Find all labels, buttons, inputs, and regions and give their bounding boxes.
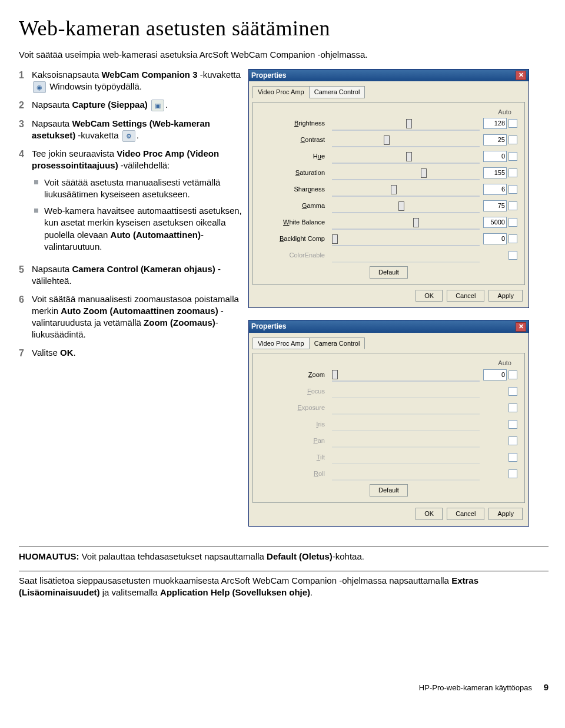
settings-icon: ⚙ — [122, 130, 135, 142]
auto-checkbox[interactable] — [508, 135, 517, 144]
slider-thumb[interactable] — [406, 152, 412, 161]
step-5: Napsauta Camera Control (Kameran ohjaus)… — [32, 263, 242, 287]
slider-label: White Balance — [258, 218, 328, 227]
tab-camera-control[interactable]: Camera Control — [309, 86, 365, 98]
step-number: 5 — [19, 263, 32, 287]
slider-value: 128 — [483, 118, 507, 129]
slider-thumb[interactable] — [406, 119, 412, 128]
auto-checkbox — [508, 469, 517, 478]
close-icon[interactable]: ✕ — [516, 71, 526, 80]
auto-checkbox[interactable] — [508, 152, 517, 161]
slider-label: Contrast — [258, 135, 328, 144]
slider-track — [332, 422, 480, 431]
slider-track[interactable] — [332, 121, 480, 131]
auto-checkbox[interactable] — [508, 185, 517, 194]
intro-text: Voit säätää useimpia web-kamerasi asetuk… — [19, 49, 549, 61]
auto-checkbox — [508, 403, 517, 412]
slider-track[interactable] — [332, 171, 480, 180]
bullet-icon — [34, 209, 38, 213]
auto-checkbox[interactable] — [508, 234, 517, 243]
auto-checkbox — [508, 251, 517, 260]
slider-track[interactable] — [332, 204, 480, 213]
slider-thumb[interactable] — [413, 218, 419, 227]
step-number: 3 — [19, 118, 32, 142]
tab-video-proc-amp[interactable]: Video Proc Amp — [252, 86, 310, 98]
separator — [19, 547, 549, 547]
slider-label: Iris — [258, 420, 328, 429]
slider-value: 75 — [483, 200, 507, 211]
slider-value: 0 — [483, 151, 507, 162]
step-number: 2 — [19, 99, 32, 112]
step-number: 4 — [19, 148, 32, 257]
bullet-text: Web-kamera havaitsee automaattisesti ase… — [44, 205, 242, 253]
tab-camera-control[interactable]: Camera Control — [309, 337, 365, 350]
apply-button[interactable]: Apply — [488, 508, 523, 520]
apply-button[interactable]: Apply — [488, 290, 523, 302]
cancel-button[interactable]: Cancel — [447, 290, 484, 302]
default-button[interactable]: Default — [370, 484, 408, 497]
slider-value: 6 — [483, 184, 507, 195]
slider-track — [332, 253, 480, 263]
step-number: 1 — [19, 69, 32, 93]
auto-checkbox[interactable] — [508, 119, 517, 128]
slider-track[interactable] — [332, 138, 480, 147]
default-button[interactable]: Default — [370, 266, 408, 279]
slider-label: Roll — [258, 469, 328, 478]
ok-button[interactable]: OK — [416, 508, 443, 520]
bullet-icon — [34, 180, 38, 184]
step-7: Valitse OK. — [32, 347, 242, 360]
slider-value: 25 — [483, 134, 507, 145]
auto-checkbox[interactable] — [508, 370, 517, 379]
slider-label: Exposure — [258, 403, 328, 412]
step-4: Tee jokin seuraavista Video Proc Amp (Vi… — [32, 148, 242, 257]
slider-track[interactable] — [332, 372, 480, 382]
slider-value: 0 — [483, 369, 507, 380]
note-default: HUOMAUTUS: Voit palauttaa tehdasasetukse… — [19, 551, 549, 562]
webcam-companion-icon: ◉ — [33, 81, 46, 93]
slider-label: ColorEnable — [258, 251, 328, 260]
slider-label: Gamma — [258, 201, 328, 210]
slider-thumb[interactable] — [398, 201, 404, 211]
slider-thumb[interactable] — [391, 185, 397, 194]
cancel-button[interactable]: Cancel — [447, 508, 484, 520]
auto-column-label: Auto — [498, 108, 511, 117]
slider-track[interactable] — [332, 237, 480, 246]
slider-label: Sharpness — [258, 185, 328, 194]
slider-value: 5000 — [483, 217, 507, 228]
slider-thumb[interactable] — [332, 234, 338, 244]
slider-label: Hue — [258, 152, 328, 161]
slider-label: Focus — [258, 387, 328, 396]
slider-track[interactable] — [332, 154, 480, 164]
step-1: Kaksoisnapsauta WebCam Companion 3 -kuva… — [32, 69, 242, 93]
slider-label: Backlight Comp — [258, 234, 328, 243]
slider-thumb[interactable] — [421, 168, 427, 178]
slider-label: Tilt — [258, 453, 328, 462]
page-footer: HP-Pro-web-kameran käyttöopas 9 — [19, 681, 549, 693]
slider-label: Brightness — [258, 119, 328, 128]
ok-button[interactable]: OK — [416, 290, 443, 302]
slider-track — [332, 455, 480, 464]
close-icon[interactable]: ✕ — [516, 322, 526, 332]
auto-column-label: Auto — [498, 359, 511, 368]
slider-track — [332, 405, 480, 415]
slider-value: 0 — [483, 233, 507, 244]
slider-label: Zoom — [258, 370, 328, 379]
auto-checkbox[interactable] — [508, 218, 517, 227]
tab-video-proc-amp[interactable]: Video Proc Amp — [252, 337, 310, 350]
step-2: Napsauta Capture (Sieppaa) ▣. — [32, 99, 242, 112]
step-6: Voit säätää manuaalisesti zoomaustasoa p… — [32, 293, 242, 341]
slider-track[interactable] — [332, 220, 480, 230]
step-number: 7 — [19, 347, 32, 360]
slider-track[interactable] — [332, 187, 480, 197]
auto-checkbox — [508, 453, 517, 462]
step-number: 6 — [19, 293, 32, 341]
auto-checkbox[interactable] — [508, 168, 517, 177]
slider-thumb[interactable] — [332, 370, 338, 379]
slider-track — [332, 389, 480, 398]
slider-thumb[interactable] — [384, 135, 390, 145]
auto-checkbox[interactable] — [508, 201, 517, 210]
bullet-text: Voit säätää asetusta manuaalisesti vetäm… — [44, 177, 242, 201]
capture-icon: ▣ — [151, 100, 164, 111]
note-extras: Saat lisätietoa sieppausasetusten muokka… — [19, 575, 549, 599]
footer-doc-title: HP-Pro-web-kameran käyttöopas — [419, 683, 532, 692]
